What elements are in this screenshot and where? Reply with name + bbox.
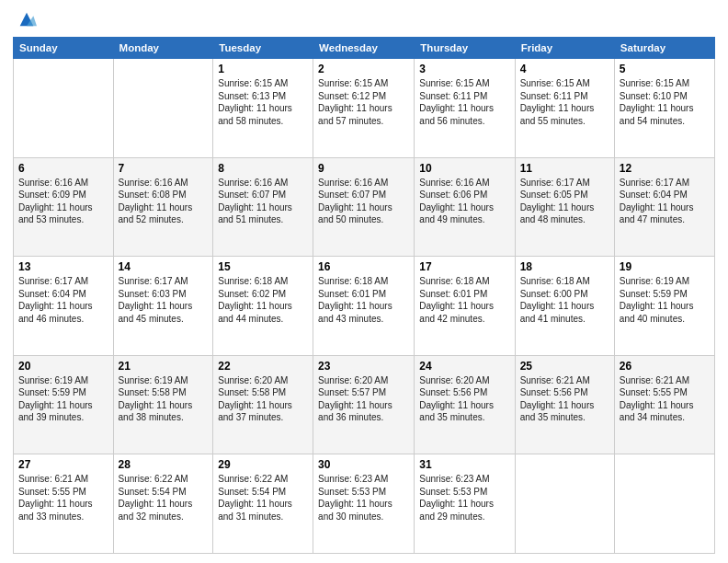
calendar-cell: 27Sunrise: 6:21 AM Sunset: 5:55 PM Dayli… (14, 454, 114, 554)
day-number: 10 (419, 162, 509, 175)
day-number: 25 (520, 360, 609, 373)
day-number: 7 (119, 162, 209, 175)
day-info: Sunrise: 6:16 AM Sunset: 6:07 PM Dayligh… (218, 177, 308, 226)
day-info: Sunrise: 6:17 AM Sunset: 6:03 PM Dayligh… (119, 275, 209, 325)
calendar-cell: 24Sunrise: 6:20 AM Sunset: 5:56 PM Dayli… (415, 355, 515, 454)
col-friday: Friday (515, 38, 614, 59)
day-info: Sunrise: 6:17 AM Sunset: 6:04 PM Dayligh… (18, 275, 108, 325)
day-number: 3 (419, 63, 509, 75)
calendar-cell: 12Sunrise: 6:17 AM Sunset: 6:04 PM Dayli… (614, 157, 714, 257)
day-number: 21 (119, 360, 209, 373)
day-info: Sunrise: 6:15 AM Sunset: 6:10 PM Dayligh… (620, 77, 710, 127)
day-number: 8 (218, 162, 308, 175)
day-number: 4 (520, 63, 609, 75)
calendar-cell: 23Sunrise: 6:20 AM Sunset: 5:57 PM Dayli… (313, 355, 415, 454)
day-info: Sunrise: 6:16 AM Sunset: 6:06 PM Dayligh… (419, 177, 509, 226)
day-info: Sunrise: 6:17 AM Sunset: 6:04 PM Dayligh… (620, 177, 710, 226)
calendar-cell: 7Sunrise: 6:16 AM Sunset: 6:08 PM Daylig… (113, 157, 213, 257)
col-thursday: Thursday (415, 38, 515, 59)
day-info: Sunrise: 6:19 AM Sunset: 5:59 PM Dayligh… (620, 275, 710, 325)
col-saturday: Saturday (614, 38, 714, 59)
day-number: 17 (419, 260, 509, 273)
calendar-week-row: 13Sunrise: 6:17 AM Sunset: 6:04 PM Dayli… (14, 257, 715, 356)
col-sunday: Sunday (14, 38, 114, 59)
day-number: 2 (318, 63, 409, 75)
day-info: Sunrise: 6:21 AM Sunset: 5:55 PM Dayligh… (620, 374, 710, 424)
day-info: Sunrise: 6:18 AM Sunset: 6:01 PM Dayligh… (419, 275, 509, 325)
day-info: Sunrise: 6:23 AM Sunset: 5:53 PM Dayligh… (318, 473, 409, 523)
day-number: 24 (419, 360, 509, 373)
day-number: 5 (620, 63, 710, 75)
calendar-cell: 1Sunrise: 6:15 AM Sunset: 6:13 PM Daylig… (213, 59, 313, 158)
calendar-cell: 22Sunrise: 6:20 AM Sunset: 5:58 PM Dayli… (213, 355, 313, 454)
calendar-cell: 31Sunrise: 6:23 AM Sunset: 5:53 PM Dayli… (415, 454, 515, 554)
calendar-week-row: 6Sunrise: 6:16 AM Sunset: 6:09 PM Daylig… (14, 157, 715, 257)
calendar-cell: 30Sunrise: 6:23 AM Sunset: 5:53 PM Dayli… (313, 454, 415, 554)
calendar-week-row: 20Sunrise: 6:19 AM Sunset: 5:59 PM Dayli… (14, 355, 715, 454)
calendar-cell: 28Sunrise: 6:22 AM Sunset: 5:54 PM Dayli… (113, 454, 213, 554)
day-info: Sunrise: 6:21 AM Sunset: 5:56 PM Dayligh… (520, 374, 609, 424)
day-number: 30 (318, 458, 409, 471)
day-number: 18 (520, 260, 609, 273)
calendar-cell: 14Sunrise: 6:17 AM Sunset: 6:03 PM Dayli… (113, 257, 213, 356)
calendar-cell: 11Sunrise: 6:17 AM Sunset: 6:05 PM Dayli… (515, 157, 614, 257)
day-number: 28 (119, 458, 209, 471)
calendar-cell (113, 59, 213, 158)
day-number: 29 (218, 458, 308, 471)
day-number: 6 (18, 162, 108, 175)
calendar-cell: 25Sunrise: 6:21 AM Sunset: 5:56 PM Dayli… (515, 355, 614, 454)
day-info: Sunrise: 6:19 AM Sunset: 5:59 PM Dayligh… (18, 374, 108, 424)
day-info: Sunrise: 6:19 AM Sunset: 5:58 PM Dayligh… (119, 374, 209, 424)
header (13, 9, 715, 29)
calendar-cell: 2Sunrise: 6:15 AM Sunset: 6:12 PM Daylig… (313, 59, 415, 158)
calendar-cell (614, 454, 714, 554)
day-number: 31 (419, 458, 509, 471)
day-info: Sunrise: 6:15 AM Sunset: 6:11 PM Dayligh… (419, 77, 509, 127)
day-number: 11 (520, 162, 609, 175)
day-number: 19 (620, 260, 710, 273)
calendar-cell: 3Sunrise: 6:15 AM Sunset: 6:11 PM Daylig… (415, 59, 515, 158)
logo-icon (17, 9, 37, 29)
calendar-cell: 4Sunrise: 6:15 AM Sunset: 6:11 PM Daylig… (515, 59, 614, 158)
day-number: 16 (318, 260, 409, 273)
calendar-cell: 26Sunrise: 6:21 AM Sunset: 5:55 PM Dayli… (614, 355, 714, 454)
day-info: Sunrise: 6:15 AM Sunset: 6:11 PM Dayligh… (520, 77, 609, 127)
calendar-cell (14, 59, 114, 158)
day-info: Sunrise: 6:16 AM Sunset: 6:09 PM Dayligh… (18, 177, 108, 226)
calendar-cell: 19Sunrise: 6:19 AM Sunset: 5:59 PM Dayli… (614, 257, 714, 356)
calendar-cell: 15Sunrise: 6:18 AM Sunset: 6:02 PM Dayli… (213, 257, 313, 356)
day-info: Sunrise: 6:15 AM Sunset: 6:12 PM Dayligh… (318, 77, 409, 127)
day-info: Sunrise: 6:17 AM Sunset: 6:05 PM Dayligh… (520, 177, 609, 226)
day-info: Sunrise: 6:22 AM Sunset: 5:54 PM Dayligh… (119, 473, 209, 523)
day-info: Sunrise: 6:22 AM Sunset: 5:54 PM Dayligh… (218, 473, 308, 523)
day-number: 12 (620, 162, 710, 175)
day-number: 27 (18, 458, 108, 471)
day-info: Sunrise: 6:21 AM Sunset: 5:55 PM Dayligh… (18, 473, 108, 523)
calendar-cell: 16Sunrise: 6:18 AM Sunset: 6:01 PM Dayli… (313, 257, 415, 356)
day-info: Sunrise: 6:18 AM Sunset: 6:02 PM Dayligh… (218, 275, 308, 325)
day-info: Sunrise: 6:20 AM Sunset: 5:56 PM Dayligh… (419, 374, 509, 424)
calendar-cell: 20Sunrise: 6:19 AM Sunset: 5:59 PM Dayli… (14, 355, 114, 454)
day-info: Sunrise: 6:18 AM Sunset: 6:01 PM Dayligh… (318, 275, 409, 325)
day-info: Sunrise: 6:20 AM Sunset: 5:57 PM Dayligh… (318, 374, 409, 424)
calendar-cell: 8Sunrise: 6:16 AM Sunset: 6:07 PM Daylig… (213, 157, 313, 257)
day-info: Sunrise: 6:23 AM Sunset: 5:53 PM Dayligh… (419, 473, 509, 523)
calendar-cell: 17Sunrise: 6:18 AM Sunset: 6:01 PM Dayli… (415, 257, 515, 356)
day-number: 20 (18, 360, 108, 373)
calendar-table: Sunday Monday Tuesday Wednesday Thursday… (13, 37, 715, 554)
day-number: 1 (218, 63, 308, 75)
day-number: 13 (18, 260, 108, 273)
day-number: 26 (620, 360, 710, 373)
page-container: Sunday Monday Tuesday Wednesday Thursday… (0, 0, 728, 563)
calendar-header-row: Sunday Monday Tuesday Wednesday Thursday… (14, 38, 715, 59)
calendar-cell: 21Sunrise: 6:19 AM Sunset: 5:58 PM Dayli… (113, 355, 213, 454)
day-number: 14 (119, 260, 209, 273)
day-info: Sunrise: 6:16 AM Sunset: 6:08 PM Dayligh… (119, 177, 209, 226)
calendar-cell: 10Sunrise: 6:16 AM Sunset: 6:06 PM Dayli… (415, 157, 515, 257)
day-info: Sunrise: 6:16 AM Sunset: 6:07 PM Dayligh… (318, 177, 409, 226)
day-number: 9 (318, 162, 409, 175)
calendar-cell: 6Sunrise: 6:16 AM Sunset: 6:09 PM Daylig… (14, 157, 114, 257)
calendar-cell: 5Sunrise: 6:15 AM Sunset: 6:10 PM Daylig… (614, 59, 714, 158)
calendar-cell: 18Sunrise: 6:18 AM Sunset: 6:00 PM Dayli… (515, 257, 614, 356)
day-info: Sunrise: 6:15 AM Sunset: 6:13 PM Dayligh… (218, 77, 308, 127)
